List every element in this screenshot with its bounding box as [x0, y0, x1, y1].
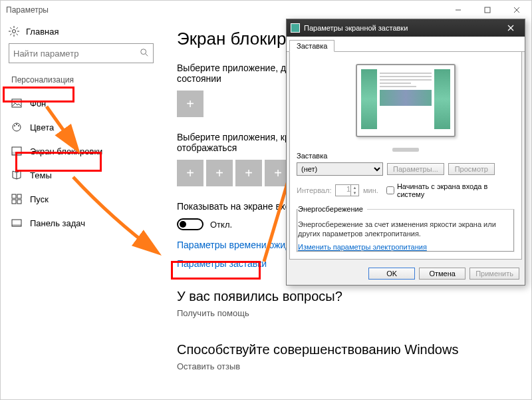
- dialog-close-button[interactable]: [497, 19, 525, 37]
- plus-icon: +: [186, 166, 194, 181]
- resume-checkbox-row[interactable]: Начинать с экрана входа в систему: [386, 182, 515, 198]
- sidebar-category: Персонализация: [9, 73, 76, 87]
- dialog-tab-screensaver[interactable]: Заставка: [289, 40, 334, 52]
- svg-line-6: [146, 53, 148, 56]
- palette-icon: [11, 122, 22, 132]
- sidebar-item-taskbar[interactable]: Панель задач: [9, 211, 164, 235]
- show-on-login-toggle[interactable]: [177, 218, 203, 230]
- start-icon: [11, 194, 22, 204]
- interval-label: Интервал:: [297, 186, 331, 194]
- sidebar-item-lockscreen[interactable]: Экран блокировки: [9, 139, 164, 163]
- energy-settings-link[interactable]: Изменить параметры электропитания: [298, 243, 427, 251]
- svg-rect-16: [12, 194, 16, 198]
- brief-app-tile[interactable]: +: [235, 160, 262, 186]
- energy-text: Энергосбережение за счет изменения яркос…: [298, 220, 513, 239]
- svg-point-4: [13, 30, 16, 33]
- search-field[interactable]: [13, 49, 126, 59]
- ok-button[interactable]: OK: [368, 268, 415, 280]
- svg-point-10: [16, 124, 17, 125]
- svg-rect-18: [12, 200, 16, 204]
- toggle-state-label: Откл.: [210, 220, 232, 230]
- screensaver-preview-monitor: [356, 64, 456, 137]
- improve-heading: Способствуйте совершенствованию Windows: [177, 342, 518, 357]
- brief-app-tile[interactable]: +: [177, 160, 203, 186]
- detail-app-tile[interactable]: +: [177, 91, 203, 117]
- sidebar: Главная Персонализация Фон Цвета Экран б…: [1, 19, 164, 399]
- chevron-down-icon[interactable]: ▼: [350, 190, 358, 196]
- picture-icon: [11, 98, 22, 108]
- sidebar-item-label: Фон: [30, 99, 46, 108]
- gear-icon: [9, 26, 19, 37]
- get-help-link[interactable]: Получить помощь: [177, 308, 249, 318]
- resume-checkbox-label: Начинать с экрана входа в систему: [397, 182, 515, 198]
- taskbar-icon: [11, 218, 22, 228]
- svg-rect-14: [12, 152, 21, 155]
- cancel-button[interactable]: Отмена: [419, 268, 466, 280]
- plus-icon: +: [245, 166, 253, 181]
- search-icon: [140, 48, 149, 59]
- sidebar-item-themes[interactable]: Темы: [9, 163, 164, 187]
- screensaver-preview-button[interactable]: Просмотр: [448, 163, 495, 175]
- sidebar-item-colors[interactable]: Цвета: [9, 115, 164, 139]
- svg-rect-7: [12, 99, 21, 107]
- chevron-up-icon[interactable]: ▲: [350, 185, 358, 190]
- sidebar-item-background[interactable]: Фон: [9, 91, 164, 115]
- screensaver-select[interactable]: (нет): [297, 162, 383, 176]
- svg-rect-17: [17, 194, 21, 198]
- svg-point-12: [14, 125, 15, 126]
- sidebar-item-label: Цвета: [30, 122, 54, 132]
- window-title: Параметры: [6, 5, 49, 15]
- plus-icon: +: [274, 166, 282, 181]
- interval-spinner[interactable]: 1 ▲▼: [335, 184, 359, 196]
- sidebar-item-start[interactable]: Пуск: [9, 187, 164, 211]
- svg-point-11: [18, 125, 19, 126]
- svg-rect-19: [17, 200, 21, 204]
- svg-point-8: [14, 101, 16, 103]
- dialog-titlebar: Параметры экранной заставки: [287, 19, 525, 37]
- brief-app-tile[interactable]: +: [206, 160, 233, 186]
- sidebar-home[interactable]: Главная: [9, 22, 164, 43]
- maximize-button[interactable]: [473, 1, 502, 19]
- screensaver-section-label: Заставка: [297, 152, 515, 160]
- svg-rect-1: [485, 7, 490, 13]
- dialog-title: Параметры экранной заставки: [304, 24, 408, 32]
- sidebar-item-label: Панель задач: [30, 218, 85, 228]
- energy-legend: Энергосбережение: [298, 205, 367, 213]
- interval-unit: мин.: [363, 186, 378, 194]
- svg-point-5: [141, 49, 146, 54]
- close-button[interactable]: [502, 1, 531, 19]
- feedback-link[interactable]: Оставить отзыв: [177, 361, 240, 371]
- sidebar-home-label: Главная: [26, 27, 59, 37]
- sidebar-item-label: Пуск: [30, 194, 49, 204]
- svg-rect-21: [12, 224, 21, 226]
- lockscreen-icon: [11, 146, 22, 156]
- dialog-icon: [291, 23, 300, 33]
- sidebar-item-label: Темы: [30, 170, 52, 180]
- apply-button[interactable]: Применить: [469, 268, 519, 280]
- screensaver-params-button[interactable]: Параметры...: [387, 163, 444, 175]
- plus-icon: +: [215, 166, 223, 181]
- screensaver-dialog: Параметры экранной заставки Заставка Зас…: [286, 19, 525, 286]
- resume-checkbox[interactable]: [386, 186, 394, 194]
- titlebar: Параметры: [1, 1, 531, 19]
- screensaver-settings-link[interactable]: Параметры заставки: [177, 258, 267, 269]
- questions-heading: У вас появились вопросы?: [177, 289, 518, 304]
- plus-icon: +: [186, 97, 194, 112]
- minimize-button[interactable]: [444, 1, 473, 19]
- search-input[interactable]: [9, 43, 154, 63]
- themes-icon: [11, 170, 22, 180]
- sidebar-item-label: Экран блокировки: [30, 146, 102, 156]
